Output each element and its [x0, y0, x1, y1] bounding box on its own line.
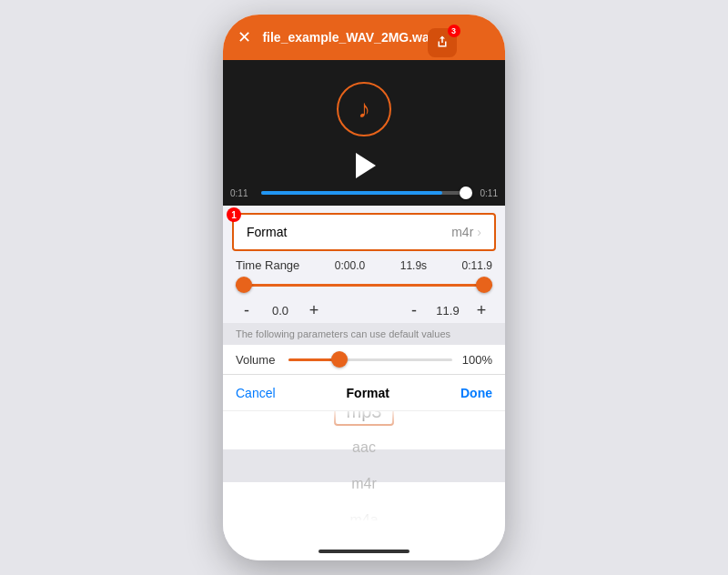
- home-bar: [318, 550, 410, 553]
- volume-label: Volume: [236, 353, 281, 367]
- right-stepper: - 11.9 +: [403, 299, 492, 321]
- time-range-duration: 11.9s: [400, 259, 427, 272]
- time-range-end: 0:11.9: [462, 259, 492, 272]
- progress-fill: [261, 191, 442, 195]
- stepper-row: - 0.0 + - 11.9 +: [223, 298, 505, 323]
- right-plus-button[interactable]: +: [470, 299, 492, 321]
- format-label: Format: [247, 225, 451, 239]
- left-stepper: - 0.0 +: [236, 299, 325, 321]
- time-range-header: Time Range 0:00.0 11.9s 0:11.9: [236, 258, 492, 272]
- export-button[interactable]: 3: [428, 28, 457, 57]
- default-values-hint: The following parameters can use default…: [223, 323, 505, 345]
- range-slider[interactable]: [236, 274, 492, 296]
- picker-item-label-aac: aac: [352, 439, 376, 456]
- picker-item-m4a[interactable]: m4a: [349, 504, 378, 520]
- left-minus-button[interactable]: -: [236, 299, 258, 321]
- picker-scroll: 2 mp3 aac m4r m4a: [223, 411, 505, 520]
- format-row[interactable]: 1 Format m4r ›: [232, 213, 496, 251]
- export-badge: 3: [448, 25, 460, 37]
- music-icon: ♪: [337, 82, 391, 136]
- music-note-icon: ♪: [358, 95, 370, 124]
- picker-item-label-m4r: m4r: [351, 476, 377, 492]
- time-range-start: 0:00.0: [335, 259, 365, 272]
- range-filled: [236, 284, 492, 287]
- picker-item-label-m4a: m4a: [349, 512, 378, 520]
- time-left: 0:11: [230, 188, 256, 198]
- header-title: file_example_WAV_2MG.wav: [262, 30, 436, 45]
- right-minus-button[interactable]: -: [403, 299, 425, 321]
- picker-done-button[interactable]: Done: [460, 386, 492, 400]
- left-plus-button[interactable]: +: [303, 299, 325, 321]
- progress-bar[interactable]: [261, 191, 467, 195]
- home-indicator: [223, 542, 505, 560]
- volume-percent: 100%: [460, 353, 492, 367]
- picker-toolbar: Cancel Format Done: [223, 375, 505, 411]
- picker-cancel-button[interactable]: Cancel: [236, 386, 276, 400]
- progress-thumb: [460, 187, 472, 199]
- time-right: 0:11: [472, 188, 498, 198]
- close-button[interactable]: ✕: [238, 27, 251, 47]
- format-value: m4r: [451, 225, 473, 239]
- picker-items: 2 mp3 aac m4r m4a: [334, 411, 395, 520]
- controls-area: 1 Format m4r › Time Range 0:00.0 11.9s 0…: [223, 206, 505, 542]
- time-range-row: Time Range 0:00.0 11.9s 0:11.9: [223, 251, 505, 298]
- format-badge: 1: [227, 207, 241, 222]
- picker-item-label-mp3: mp3: [334, 411, 395, 426]
- header: ✕ file_example_WAV_2MG.wav 3: [223, 15, 505, 60]
- picker-section: Cancel Format Done 2 mp3 aac m4: [223, 374, 505, 542]
- play-triangle-icon: [356, 153, 376, 178]
- chevron-right-icon: ›: [477, 225, 481, 239]
- volume-fill: [288, 358, 334, 361]
- play-button[interactable]: [346, 147, 382, 184]
- right-stepper-value: 11.9: [434, 304, 461, 318]
- picker-item-m4r[interactable]: m4r: [351, 468, 377, 500]
- volume-row: Volume 100%: [223, 345, 505, 374]
- picker-title: Format: [347, 386, 389, 400]
- phone-container: ✕ file_example_WAV_2MG.wav 3 ♪ 0:11 0:11: [223, 15, 505, 560]
- left-stepper-value: 0.0: [267, 304, 294, 318]
- volume-thumb[interactable]: [331, 351, 348, 368]
- range-thumb-left[interactable]: [236, 277, 252, 293]
- picker-item-mp3[interactable]: 2 mp3: [334, 411, 395, 428]
- progress-bar-container: 0:11 0:11: [223, 180, 505, 206]
- share-icon: [434, 35, 450, 51]
- picker-item-aac[interactable]: aac: [352, 431, 376, 464]
- time-range-label: Time Range: [236, 258, 299, 272]
- volume-slider[interactable]: [288, 350, 452, 368]
- player-area: ♪ 0:11 0:11: [223, 60, 505, 206]
- range-thumb-right[interactable]: [476, 277, 492, 293]
